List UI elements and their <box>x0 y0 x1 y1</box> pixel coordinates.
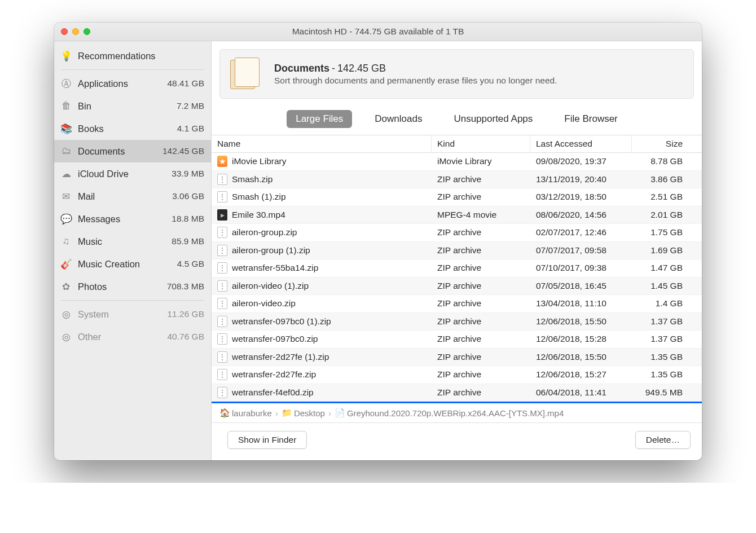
sidebar-item-music-creation[interactable]: 🎸Music Creation4.5 GB <box>54 253 211 275</box>
category-subtitle: Sort through documents and permanently e… <box>274 76 557 86</box>
table-row[interactable]: ▸Emile 30.mp4MPEG-4 movie08/06/2020, 14:… <box>212 206 702 224</box>
cell-kind: ZIP archive <box>432 298 530 309</box>
sidebar-item-size: 18.8 MB <box>172 214 204 224</box>
table-row[interactable]: ⋮aileron-group.zipZIP archive02/07/2017,… <box>212 224 702 242</box>
sidebar-separator <box>61 300 204 301</box>
table-row[interactable]: ⋮wetransfer-097bc0.zipZIP archive12/06/2… <box>212 331 702 349</box>
apps-icon: Ⓐ <box>60 77 72 90</box>
sidebar-item-size: 3.06 GB <box>172 191 204 201</box>
table-row[interactable]: ⋮aileron-group (1).zipZIP archive07/07/2… <box>212 242 702 260</box>
disk-icon: ◎ <box>60 331 72 343</box>
file-name: aileron-video (1).zip <box>232 281 309 291</box>
column-header-accessed[interactable]: Last Accessed <box>530 135 632 152</box>
path-segment[interactable]: Desktop <box>294 408 325 418</box>
cell-size: 1.75 GB <box>632 227 688 237</box>
cell-name: ⋮aileron-group (1).zip <box>212 245 432 256</box>
sidebar-item-photos[interactable]: ✿Photos708.3 MB <box>54 275 211 298</box>
sidebar-item-recommendations[interactable]: 💡 Recommendations <box>54 45 211 67</box>
folder-icon: 📁 <box>282 408 291 418</box>
table-row[interactable]: ⋮wetransfer-2d27fe (1).zipZIP archive12/… <box>212 349 702 367</box>
sidebar-item-mail[interactable]: ✉Mail3.06 GB <box>54 185 211 208</box>
cell-size: 949.5 MB <box>632 387 688 398</box>
path-bar[interactable]: 🏠 lauraburke › 📁 Desktop › 📄 Greyhound.2… <box>212 403 702 423</box>
tab-downloads[interactable]: Downloads <box>366 110 431 128</box>
file-name: wetransfer-2d27fe (1).zip <box>232 352 329 362</box>
cell-name: ⋮Smash (1).zip <box>212 191 432 202</box>
cell-kind: ZIP archive <box>432 334 530 344</box>
cell-name: ⋮wetransfer-55ba14.zip <box>212 262 432 274</box>
footer-bar: Show in Finder Delete… <box>212 423 702 460</box>
trash-icon: 🗑 <box>60 100 72 112</box>
home-icon: 🏠 <box>219 408 228 418</box>
cell-kind: iMovie Library <box>432 156 530 166</box>
tab-file-browser[interactable]: File Browser <box>555 110 626 128</box>
titlebar[interactable]: Macintosh HD - 744.75 GB available of 1 … <box>54 23 702 41</box>
show-in-finder-button[interactable]: Show in Finder <box>227 431 307 449</box>
movie-file-icon: ▸ <box>217 209 227 221</box>
sidebar-item-label: Applications <box>78 78 168 89</box>
sidebar-item-label: Messages <box>78 214 172 224</box>
zip-file-icon: ⋮ <box>217 351 227 363</box>
column-header-name[interactable]: Name <box>212 135 432 152</box>
cell-kind: ZIP archive <box>432 245 530 256</box>
sidebar-item-label: Photos <box>78 281 167 292</box>
sidebar-item-applications[interactable]: ⒶApplications48.41 GB <box>54 72 211 95</box>
cell-name: ▸Emile 30.mp4 <box>212 209 432 221</box>
sidebar-item-messages[interactable]: 💬Messages18.8 MB <box>54 208 211 230</box>
sidebar-item-icloud-drive[interactable]: ☁iCloud Drive33.9 MB <box>54 162 211 185</box>
close-button[interactable] <box>61 28 68 35</box>
sidebar-item-books[interactable]: 📚Books4.1 GB <box>54 117 211 140</box>
books-icon: 📚 <box>60 122 72 135</box>
cell-kind: ZIP archive <box>432 227 530 237</box>
table-row[interactable]: ⋮wetransfer-f4ef0d.zipZIP archive06/04/2… <box>212 384 702 402</box>
cell-size: 1.4 GB <box>632 298 688 309</box>
sidebar-item-size: 7.2 MB <box>177 101 204 111</box>
sidebar-item-label: Books <box>78 124 177 134</box>
cell-name: ⋮wetransfer-f4ef0d.zip <box>212 387 432 398</box>
column-header-size[interactable]: Size <box>632 135 688 152</box>
table-row[interactable]: ⋮Smash (1).zipZIP archive03/12/2019, 18:… <box>212 188 702 206</box>
imovie-file-icon: ★ <box>217 156 227 167</box>
cell-name: ⋮aileron-video.zip <box>212 298 432 309</box>
sidebar-item-size: 11.26 GB <box>168 309 205 319</box>
sidebar-item-size: 4.1 GB <box>177 124 204 134</box>
sidebar-item-label: iCloud Drive <box>78 169 172 179</box>
table-row[interactable]: ⋮wetransfer-097bc0 (1).zipZIP archive12/… <box>212 313 702 331</box>
sidebar-item-system: ◎ System 11.26 GB <box>54 303 211 325</box>
minimize-button[interactable] <box>72 28 79 35</box>
path-segment[interactable]: lauraburke <box>232 408 272 418</box>
file-name: aileron-group.zip <box>232 227 297 237</box>
table-row[interactable]: ⋮aileron-video.zipZIP archive13/04/2018,… <box>212 295 702 313</box>
delete-button[interactable]: Delete… <box>635 431 691 449</box>
table-row[interactable]: ★iMovie LibraryiMovie Library09/08/2020,… <box>212 153 702 171</box>
tab-large-files[interactable]: Large Files <box>287 110 352 128</box>
zip-file-icon: ⋮ <box>217 262 227 274</box>
path-segment[interactable]: Greyhound.2020.720p.WEBRip.x264.AAC-[YTS… <box>347 408 564 418</box>
zip-file-icon: ⋮ <box>217 280 227 292</box>
sidebar-item-label: Recommendations <box>78 51 204 61</box>
zip-file-icon: ⋮ <box>217 387 227 398</box>
table-body[interactable]: ★iMovie LibraryiMovie Library09/08/2020,… <box>212 153 702 402</box>
file-name: iMovie Library <box>232 156 286 166</box>
table-row[interactable]: ⋮wetransfer-2d27fe.zipZIP archive12/06/2… <box>212 366 702 384</box>
lightbulb-icon: 💡 <box>60 50 72 62</box>
sidebar-item-music[interactable]: ♫Music85.9 MB <box>54 230 211 253</box>
sidebar-item-size: 33.9 MB <box>172 169 204 179</box>
cell-kind: ZIP archive <box>432 316 530 327</box>
sidebar-item-bin[interactable]: 🗑Bin7.2 MB <box>54 95 211 117</box>
table-row[interactable]: ⋮wetransfer-55ba14.zipZIP archive07/10/2… <box>212 259 702 277</box>
tab-unsupported-apps[interactable]: Unsupported Apps <box>445 110 542 128</box>
category-size: 142.45 GB <box>337 63 386 74</box>
sidebar-item-label: Music <box>78 236 172 247</box>
file-icon: 📄 <box>335 408 344 418</box>
music-icon: ♫ <box>60 235 72 248</box>
table-row[interactable]: ⋮aileron-video (1).zipZIP archive07/05/2… <box>212 277 702 296</box>
cell-accessed: 02/07/2017, 12:46 <box>530 227 632 237</box>
file-name: wetransfer-097bc0.zip <box>232 334 318 344</box>
column-header-kind[interactable]: Kind <box>432 135 530 152</box>
cell-accessed: 12/06/2018, 15:50 <box>530 316 632 327</box>
table-row[interactable]: ⋮Smash.zipZIP archive13/11/2019, 20:403.… <box>212 171 702 189</box>
maximize-button[interactable] <box>83 28 90 35</box>
file-name: Smash.zip <box>232 174 272 184</box>
sidebar-item-documents[interactable]: 🗂Documents142.45 GB <box>54 140 211 162</box>
